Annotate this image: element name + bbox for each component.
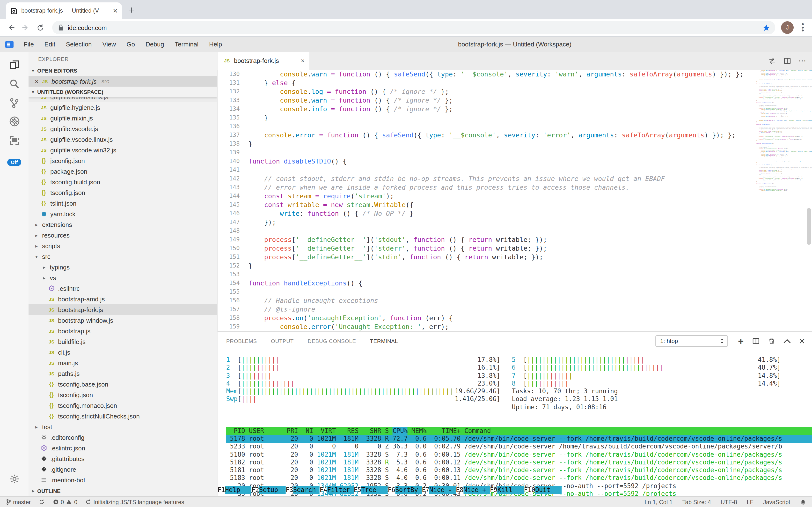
close-icon[interactable]: × [35, 78, 39, 85]
panel-tab-terminal[interactable]: TERMINAL [370, 332, 398, 350]
tree-item-gulpfile.vscode.win32.js[interactable]: JSgulpfile.vscode.win32.js [28, 145, 217, 155]
tree-item-yarn.lock[interactable]: yarn.lock [28, 209, 217, 219]
tree-item-.gitignore[interactable]: .gitignore [28, 464, 217, 474]
tree-item-.gitattributes[interactable]: .gitattributes [28, 453, 217, 464]
tree-item-package.json[interactable]: {}package.json [28, 166, 217, 177]
tree-item-extensions[interactable]: ▸extensions [28, 219, 217, 230]
menu-selection[interactable]: Selection [61, 41, 97, 48]
sync-status[interactable] [39, 499, 45, 505]
open-editor-item[interactable]: × JS bootstrap-fork.js src [28, 76, 217, 87]
tree-item-.eslintrc.json[interactable]: .eslintrc.json [28, 443, 217, 453]
forward-button[interactable] [19, 21, 32, 34]
menu-view[interactable]: View [97, 41, 121, 48]
tree-item-resources[interactable]: ▸resources [28, 230, 217, 240]
tree-item-bootstrap-fork.js[interactable]: JSbootstrap-fork.js [28, 304, 217, 315]
chevron-right-icon: ▸ [43, 264, 47, 270]
tree-item-buildfile.js[interactable]: JSbuildfile.js [28, 336, 217, 347]
settings-gear-icon[interactable] [7, 472, 21, 486]
code-line-146: 146 write: function () { /* No OP */ } [217, 209, 755, 218]
panel-tab-output[interactable]: OUTPUT [271, 332, 294, 350]
terminal-select[interactable]: 1: htop [655, 335, 728, 347]
problems-status[interactable]: 0 0 [53, 499, 77, 505]
menu-edit[interactable]: Edit [39, 41, 61, 48]
tree-item-tsconfig.json[interactable]: {}tsconfig.json [28, 389, 217, 400]
tree-item-.eslintrc[interactable]: .eslintrc [28, 283, 217, 294]
tree-item-main.js[interactable]: JSmain.js [28, 357, 217, 368]
bookmark-star-icon[interactable] [762, 23, 770, 32]
language-status-message[interactable]: Initializing JS/TS language features [85, 499, 184, 505]
off-toggle-badge[interactable]: Off [7, 159, 21, 166]
outline-section[interactable]: ▸ OUTLINE [28, 485, 217, 496]
indentation[interactable]: Tab Size: 4 [682, 499, 711, 505]
tree-item-tsconfig.build.json[interactable]: {}tsconfig.build.json [28, 177, 217, 187]
search-icon[interactable] [7, 76, 21, 91]
split-terminal-icon[interactable] [752, 337, 759, 345]
app-logo-icon[interactable] [5, 41, 13, 48]
menu-go[interactable]: Go [121, 41, 140, 48]
more-actions-icon[interactable]: ⋯ [799, 56, 806, 65]
close-panel-icon[interactable]: ✕ [799, 336, 805, 346]
tree-item-cli.js[interactable]: JScli.js [28, 347, 217, 357]
back-button[interactable] [5, 21, 17, 34]
tree-item-bootstrap-amd.js[interactable]: JSbootstrap-amd.js [28, 294, 217, 304]
editor-tab-close-icon[interactable]: × [301, 57, 304, 64]
workspace-section[interactable]: ▾ UNTITLED (WORKSPACE) [28, 87, 217, 97]
browser-menu-icon[interactable]: ••• [799, 23, 806, 33]
tree-item-tslint.json[interactable]: {}tslint.json [28, 198, 217, 209]
reload-button[interactable] [34, 21, 46, 34]
cursor-position[interactable]: Ln 1, Col 1 [644, 499, 673, 505]
new-tab-button[interactable]: + [129, 5, 135, 15]
tree-item-bootstrap.js[interactable]: JSbootstrap.js [28, 326, 217, 336]
debug-disabled-icon[interactable] [7, 114, 21, 129]
tree-item-tsconfig.json[interactable]: {}tsconfig.json [28, 187, 217, 198]
preview-layout-icon[interactable] [7, 133, 21, 148]
menu-file[interactable]: File [18, 41, 39, 48]
tree-item-.editorconfig[interactable]: .editorconfig [28, 432, 217, 443]
tree-item-gulpfile.vscode.linux.js[interactable]: JSgulpfile.vscode.linux.js [28, 134, 217, 145]
tab-close-icon[interactable]: ✕ [113, 7, 118, 14]
kill-terminal-icon[interactable] [768, 337, 775, 345]
tree-item-tsconfig.monaco.json[interactable]: {}tsconfig.monaco.json [28, 400, 217, 411]
language-mode[interactable]: JavaScript [763, 499, 790, 505]
avatar[interactable]: J [781, 21, 794, 34]
panel-tab-debug-console[interactable]: DEBUG CONSOLE [308, 332, 356, 350]
minimap[interactable]: console.warn = function () { safeSend({ … [755, 70, 812, 331]
panel-tab-problems[interactable]: PROBLEMS [226, 332, 257, 350]
new-terminal-icon[interactable]: + [738, 336, 744, 346]
tree-item-gulpfile.mixin.js[interactable]: JSgulpfile.mixin.js [28, 113, 217, 123]
eol-sequence[interactable]: LF [747, 499, 753, 505]
tree-item-typings[interactable]: ▸typings [28, 262, 217, 272]
notifications-bell-icon[interactable] [800, 499, 806, 505]
git-branch-status[interactable]: master [6, 499, 31, 505]
tree-item-tsconfig.strictNullChecks.json[interactable]: {}tsconfig.strictNullChecks.json [28, 411, 217, 421]
split-editor-icon[interactable] [784, 57, 791, 65]
tree-item-paths.js[interactable]: JSpaths.js [28, 368, 217, 379]
tree-item-gulpfile.hygiene.js[interactable]: JSgulpfile.hygiene.js [28, 102, 217, 113]
tree-item-jsconfig.json[interactable]: {}jsconfig.json [28, 155, 217, 166]
tree-item-scripts[interactable]: ▸scripts [28, 240, 217, 251]
tree-item-src[interactable]: ▾src [28, 251, 217, 262]
url-bar[interactable]: ide.coder.com [52, 21, 775, 34]
tree-item-vs[interactable]: ▸vs [28, 272, 217, 283]
menu-help[interactable]: Help [204, 41, 227, 48]
htop-process-row: 5181root2001021M181M3328S4.60.60:00.13/d… [226, 466, 812, 474]
source-control-icon[interactable] [7, 95, 21, 110]
menu-debug[interactable]: Debug [140, 41, 170, 48]
menu-terminal[interactable]: Terminal [170, 41, 204, 48]
code-editor[interactable]: 130 console.warn = function () { safeSen… [217, 70, 812, 331]
tree-item-.mention-bot[interactable]: .mention-bot [28, 474, 217, 485]
compare-changes-icon[interactable] [768, 57, 776, 65]
explorer-icon[interactable] [7, 58, 21, 72]
tree-item-clipped[interactable]: JSgulpfile.extensions.js [28, 97, 217, 102]
maximize-panel-icon[interactable] [783, 339, 791, 343]
editor-scrollbar[interactable] [807, 208, 811, 245]
tree-item-gulpfile.vscode.js[interactable]: JSgulpfile.vscode.js [28, 123, 217, 134]
browser-tab[interactable]: bootstrap-fork.js — Untitled (V ✕ [6, 2, 122, 19]
tree-item-tsconfig.base.json[interactable]: {}tsconfig.base.json [28, 379, 217, 389]
tree-item-bootstrap-window.js[interactable]: JSbootstrap-window.js [28, 315, 217, 326]
terminal[interactable]: 1 [||||||||||17.8%]5 [||||||||||||||||||… [217, 350, 812, 496]
encoding[interactable]: UTF-8 [721, 499, 737, 505]
editor-tab[interactable]: JS bootstrap-fork.js × [217, 52, 309, 70]
tree-item-test[interactable]: ▸test [28, 421, 217, 432]
open-editors-section[interactable]: ▾ OPEN EDITORS [28, 65, 217, 76]
